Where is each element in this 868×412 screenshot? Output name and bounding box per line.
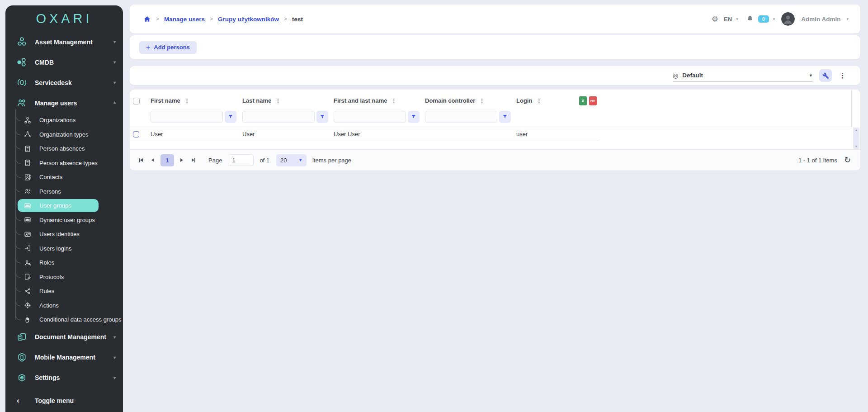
protocols-icon — [24, 273, 31, 280]
column-header-login[interactable]: Login⋮ — [516, 97, 542, 104]
sidebar-item-document-management[interactable]: Document Management▾ — [5, 327, 123, 347]
breadcrumb-link-manage-users[interactable]: Manage users — [164, 16, 205, 23]
next-page-button[interactable] — [178, 156, 186, 165]
add-persons-label: Add persons — [154, 44, 189, 51]
sidebar-item-organization-types[interactable]: Organization types — [5, 128, 123, 142]
breadcrumb-separator: > — [156, 16, 159, 22]
chevron-down-icon[interactable]: ▾ — [846, 17, 849, 21]
sidebar-subitem-label: Protocols — [39, 274, 64, 280]
sidebar-item-mobile-management[interactable]: Mobile Management▾ — [5, 347, 123, 368]
user-groups-grid: First name⋮Last name⋮First and last name… — [130, 90, 860, 170]
sidebar-item-user-groups[interactable]: User groups — [5, 199, 123, 213]
filter-button-last-name[interactable] — [316, 111, 328, 123]
toggle-menu-button[interactable]: ‹ Toggle menu — [5, 391, 123, 411]
refresh-icon[interactable]: ↻ — [843, 156, 851, 165]
column-header-first-and-last-name[interactable]: First and last name⋮ — [334, 97, 396, 104]
grid-vertical-scrollbar[interactable]: ▲ ▼ — [853, 128, 859, 149]
last-page-button[interactable] — [189, 156, 198, 165]
oxari-logo: OXARI — [5, 5, 123, 32]
column-header-domain-controller[interactable]: Domain controller⋮ — [425, 97, 485, 104]
column-menu-kebab-icon[interactable]: ⋮ — [479, 98, 485, 104]
sidebar-item-settings[interactable]: Settings▾ — [5, 368, 123, 388]
column-menu-kebab-icon[interactable]: ⋮ — [536, 98, 542, 104]
sidebar-item-conditional-data-access-groups[interactable]: Conditional data access groups — [5, 313, 123, 327]
sidebar-item-roles[interactable]: Roles — [5, 256, 123, 270]
notification-count-badge[interactable]: 0 — [758, 15, 769, 23]
servicedesk-icon — [17, 77, 27, 88]
sidebar-item-dynamic-user-groups[interactable]: Dynamic user groups — [5, 213, 123, 227]
sidebar-item-cmdb[interactable]: CMDB▾ — [5, 52, 123, 72]
breadcrumb-link-grupy-użytkowników[interactable]: Grupy użytkowników — [218, 16, 279, 23]
sidebar-item-servicedesk[interactable]: Servicedesk▾ — [5, 72, 123, 93]
previous-page-button[interactable] — [149, 156, 157, 165]
page-size-select[interactable]: 20 ▼ — [276, 154, 307, 166]
sidebar-item-label: CMDB — [35, 59, 113, 66]
sidebar-item-persons[interactable]: Persons — [5, 185, 123, 199]
sidebar-item-users-logins[interactable]: Users logins — [5, 242, 123, 256]
scroll-down-icon[interactable]: ▼ — [855, 145, 858, 148]
column-menu-kebab-icon[interactable]: ⋮ — [184, 98, 190, 104]
sidebar-item-users-identities[interactable]: Users identities — [5, 227, 123, 242]
sidebar-item-actions[interactable]: Actions — [5, 298, 123, 313]
mobile-management-icon — [17, 352, 27, 363]
cell-first-and-last-name: User User — [334, 131, 360, 137]
rules-icon — [24, 288, 31, 295]
column-menu-kebab-icon[interactable]: ⋮ — [275, 98, 281, 104]
top-bar: >Manage users>Grupy użytkowników>test ⚙ … — [130, 5, 860, 33]
chevron-down-icon: ▾ — [113, 355, 116, 360]
sidebar-subitem-label: Dynamic user groups — [39, 217, 95, 223]
export-pdf-icon[interactable]: PDF — [589, 96, 597, 105]
home-icon[interactable] — [143, 15, 151, 23]
sidebar-item-rules[interactable]: Rules — [5, 284, 123, 298]
filter-input-domain-controller[interactable] — [425, 111, 497, 123]
user-name: Admin Admin — [801, 16, 840, 23]
sidebar-item-label: Settings — [35, 374, 113, 381]
plus-icon: + — [146, 43, 150, 52]
sidebar-item-contacts[interactable]: Contacts — [5, 170, 123, 185]
filter-button-first-and-last-name[interactable] — [408, 111, 420, 123]
sidebar-item-asset-management[interactable]: Asset Management▾ — [5, 32, 123, 52]
filter-input-first-name[interactable] — [151, 111, 223, 123]
header-actions: ⚙ EN ▾ 0 ▾ Admin Admin ▾ — [712, 12, 849, 26]
breadcrumb-separator: > — [210, 16, 213, 22]
avatar[interactable] — [781, 12, 795, 26]
export-excel-icon[interactable]: X — [579, 96, 587, 105]
sidebar-item-person-absence-types[interactable]: Person absence types — [5, 156, 123, 170]
grid-settings-button[interactable] — [819, 69, 832, 82]
filter-input-last-name[interactable] — [242, 111, 315, 123]
chevron-down-icon[interactable]: ▾ — [773, 17, 775, 21]
sidebar-item-manage-users[interactable]: Manage users▾ — [5, 93, 123, 113]
filter-input-first-and-last-name[interactable] — [334, 111, 406, 123]
scroll-up-icon[interactable]: ▲ — [855, 128, 858, 132]
chevron-down-icon[interactable]: ▾ — [736, 17, 738, 21]
row-checkbox[interactable] — [133, 131, 139, 137]
current-page-button[interactable]: 1 — [160, 154, 174, 166]
funnel-icon — [228, 113, 233, 121]
filter-button-first-name[interactable] — [225, 111, 236, 123]
settings-gear-icon[interactable]: ⚙ — [712, 15, 718, 23]
column-menu-kebab-icon[interactable]: ⋮ — [391, 98, 396, 104]
sidebar-item-person-absences[interactable]: Person absences — [5, 142, 123, 156]
filter-button-domain-controller[interactable] — [499, 111, 511, 123]
column-header-first-name[interactable]: First name⋮ — [151, 97, 190, 104]
chevron-down-icon: ▾ — [113, 39, 116, 44]
column-title: First name — [151, 97, 180, 104]
table-row[interactable]: UserUserUser Useruser — [130, 128, 852, 141]
language-select[interactable]: EN — [724, 16, 732, 23]
person-absences-icon — [24, 145, 31, 152]
bell-icon[interactable] — [746, 15, 754, 23]
settings-icon — [17, 373, 27, 383]
sidebar-item-organizations[interactable]: Organizations — [5, 113, 123, 128]
page-number-input[interactable] — [228, 154, 254, 166]
more-options-kebab-icon[interactable]: ⋮ — [838, 71, 847, 80]
column-header-last-name[interactable]: Last name⋮ — [242, 97, 281, 104]
add-persons-button[interactable]: + Add persons — [139, 41, 197, 54]
select-all-checkbox[interactable] — [133, 98, 140, 104]
sidebar-subitem-label: Persons — [39, 188, 61, 195]
first-page-button[interactable] — [137, 156, 145, 165]
sidebar-item-label: Manage users — [35, 99, 113, 107]
funnel-icon — [411, 113, 416, 121]
view-select[interactable]: ◎ Default ▼ — [673, 70, 813, 82]
sidebar-item-protocols[interactable]: Protocols — [5, 270, 123, 284]
organizations-icon — [24, 117, 31, 124]
